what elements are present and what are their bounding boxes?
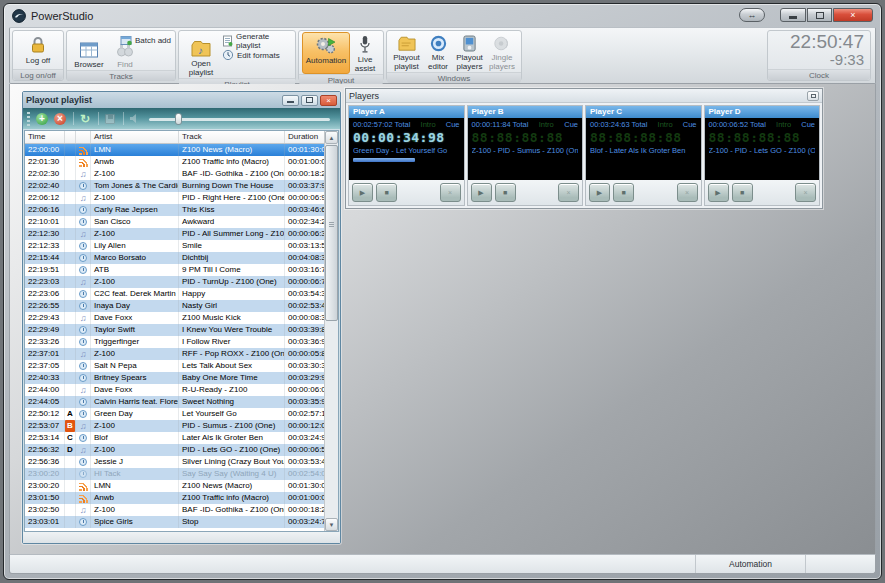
playlist-restore-button[interactable] (301, 95, 318, 106)
column-header-duration[interactable]: Duration (285, 131, 324, 143)
batch-add-button[interactable]: Batch add (120, 33, 171, 47)
playlist-row[interactable]: 22:53:14CBlofLater Als Ik Groter Ben00:0… (25, 432, 324, 444)
ribbon: Log off Log on/off Browser (9, 27, 876, 84)
cell-player-letter (65, 144, 76, 156)
cell-time: 22:50:12 (25, 408, 65, 420)
scroll-thumb[interactable] (325, 145, 338, 321)
cell-time: 22:37:01 (25, 348, 65, 360)
log-off-button[interactable]: Log off (16, 32, 60, 69)
cell-type-icon: ♫ (76, 168, 91, 180)
cell-track: This Kiss (179, 204, 285, 216)
playlist-row[interactable]: 22:23:06C2C feat. Derek MartinHappy00:03… (25, 288, 324, 300)
stop-button[interactable]: ■ (732, 183, 753, 202)
playlist-row[interactable]: 22:53:07B♫Z-100PID - Sumus - Z100 (One)0… (25, 420, 324, 432)
playout-players-button[interactable]: Playout players (453, 32, 486, 72)
mix-editor-button[interactable]: Mix editor (423, 32, 453, 72)
playlist-row[interactable]: 22:02:30♫Z-100BAF -ID- Gothika - Z100 (O… (25, 168, 324, 180)
playlist-row[interactable]: 22:26:55Inaya DayNasty Girl00:02:53:45 (25, 300, 324, 312)
cell-track: 9 PM Till I Come (179, 264, 285, 276)
playlist-row[interactable]: 22:06:16Carly Rae JepsenThis Kiss00:03:4… (25, 204, 324, 216)
playlist-row[interactable]: 22:02:40Tom Jones & The Cardiga...Burnin… (25, 180, 324, 192)
cell-player-letter (65, 300, 76, 312)
edit-formats-button[interactable]: Edit formats (222, 48, 292, 62)
eject-button[interactable]: × (440, 183, 461, 202)
cell-duration: 00:03:24:77 (285, 516, 324, 528)
playlist-close-button[interactable]: × (320, 95, 337, 106)
ribbon-toggle-button[interactable]: ↔ (739, 8, 765, 22)
playlist-row[interactable]: 22:23:03♫Z-100PID - TurnUp - Z100 (One)0… (25, 276, 324, 288)
jingle-players-button[interactable]: Jingle players (486, 32, 518, 72)
playlist-row[interactable]: 23:02:50♫Z-100BAF -ID- Gothika - Z100 (O… (25, 504, 324, 516)
minimize-button[interactable] (780, 8, 806, 22)
column-header-letter[interactable] (65, 131, 76, 143)
column-header-artist[interactable]: Artist (91, 131, 179, 143)
players-body: Player A00:02:57:02 TotalIntroCue88:88:8… (346, 103, 822, 208)
open-playlist-button[interactable]: ♪ Open playlist (182, 36, 220, 78)
playlist-row[interactable]: 22:44:00♫Dave FoxxR-U-Ready - Z10000:00:… (25, 384, 324, 396)
playlist-row[interactable]: 22:00:00LMNZ100 News (Macro)00:01:30:00 (25, 144, 324, 156)
playlist-row[interactable]: 22:10:01San CiscoAwkward00:02:34:27 (25, 216, 324, 228)
volume-thumb[interactable] (175, 113, 182, 125)
play-button[interactable]: ▶ (471, 183, 492, 202)
column-header-icon[interactable] (76, 131, 91, 143)
volume-slider[interactable] (149, 112, 336, 126)
playlist-row[interactable]: 22:44:05Calvin Harris feat. Florenc...Sw… (25, 396, 324, 408)
playlist-row[interactable]: 22:12:33Lily AllenSmile00:03:13:50 (25, 240, 324, 252)
playlist-row[interactable]: 22:29:43♫Dave FoxxZ100 Music Kick00:00:0… (25, 312, 324, 324)
playlist-row[interactable]: 23:01:50AnwbZ100 Traffic info (Macro)00:… (25, 492, 324, 504)
eject-button[interactable]: × (677, 183, 698, 202)
playlist-row[interactable]: 22:19:51ATB9 PM Till I Come00:03:16:72 (25, 264, 324, 276)
playlist-row[interactable]: 23:00:20LMNZ100 News (Macro)00:01:30:00 (25, 480, 324, 492)
cell-time: 23:03:01 (25, 516, 65, 528)
automation-button[interactable]: Automation (302, 32, 350, 74)
playout-playlist-button[interactable]: Playout playlist (390, 32, 423, 72)
playlist-row[interactable]: 22:15:44Marco BorsatoDichtbij00:04:08:37 (25, 252, 324, 264)
save-playlist-button[interactable] (102, 111, 118, 127)
play-button[interactable]: ▶ (708, 183, 729, 202)
playlist-row[interactable]: 22:33:26TriggerfingerI Follow River00:03… (25, 336, 324, 348)
play-button[interactable]: ▶ (352, 183, 373, 202)
scroll-up-arrow[interactable]: ▲ (325, 131, 338, 144)
loop-button[interactable]: ↻ (77, 111, 93, 127)
playlist-row[interactable]: 22:56:32D♫Z-100PID - Lets GO - Z100 (One… (25, 444, 324, 456)
play-button[interactable]: ▶ (589, 183, 610, 202)
cell-player-letter (65, 504, 76, 516)
column-header-time[interactable]: Time (25, 131, 65, 143)
live-assist-button[interactable]: Live assist (350, 32, 380, 74)
window-resize-grip[interactable] (864, 562, 873, 571)
playlist-resize-grip[interactable] (331, 534, 339, 542)
mute-button[interactable] (127, 111, 143, 127)
playlist-row[interactable]: 22:01:30AnwbZ100 Traffic info (Macro)00:… (25, 156, 324, 168)
playlist-row[interactable]: 23:00:20HI TackSay Say Say (Waiting 4 U)… (25, 468, 324, 480)
stop-button[interactable]: ■ (495, 183, 516, 202)
generate-playlist-button[interactable]: Generate playlist (222, 34, 292, 48)
stop-button[interactable]: ■ (613, 183, 634, 202)
toolbar-grip[interactable] (27, 112, 30, 126)
playlist-row[interactable]: 22:37:05Salt N PepaLets Talk About Sex00… (25, 360, 324, 372)
stop-button[interactable]: ■ (376, 183, 397, 202)
eject-button[interactable]: × (795, 183, 816, 202)
browser-button[interactable]: Browser (70, 38, 108, 70)
playlist-row[interactable]: 23:03:01Spice GirlsStop00:03:24:77 (25, 516, 324, 528)
playlist-row[interactable]: 22:29:49Taylor SwiftI Knew You Were Trou… (25, 324, 324, 336)
cell-time: 22:44:00 (25, 384, 65, 396)
playlist-row[interactable]: 22:40:33Britney SpearsBaby One More Time… (25, 372, 324, 384)
playlist-minimize-button[interactable] (282, 95, 299, 106)
eject-button[interactable]: × (558, 183, 579, 202)
scroll-down-arrow[interactable]: ▼ (325, 518, 338, 531)
playlist-row[interactable]: 22:12:30♫Z-100PID - All Summer Long - Z1… (25, 228, 324, 240)
playlist-table: Time Artist Track Duration 22:00:00LMNZ1… (24, 130, 339, 532)
playlist-row[interactable]: 22:37:01♫Z-100RFF - Pop ROXX - Z100 (One… (25, 348, 324, 360)
players-window-button[interactable] (807, 91, 819, 101)
scroll-track[interactable] (325, 144, 338, 518)
playlist-row[interactable]: 22:56:36Jessie JSilver Lining (Crazy Bou… (25, 456, 324, 468)
playlist-row[interactable]: 22:50:12AGreen DayLet Yourself Go00:02:5… (25, 408, 324, 420)
cell-artist: Triggerfinger (91, 336, 179, 348)
column-header-track[interactable]: Track (179, 131, 285, 143)
player-name: Player D (705, 106, 820, 118)
playlist-row[interactable]: 22:06:12♫Z-100PID - Right Here - Z100 (O… (25, 192, 324, 204)
close-button[interactable]: × (833, 8, 873, 22)
delete-track-button[interactable]: × (52, 111, 68, 127)
add-track-button[interactable]: + (34, 111, 50, 127)
maximize-button[interactable] (807, 8, 832, 22)
